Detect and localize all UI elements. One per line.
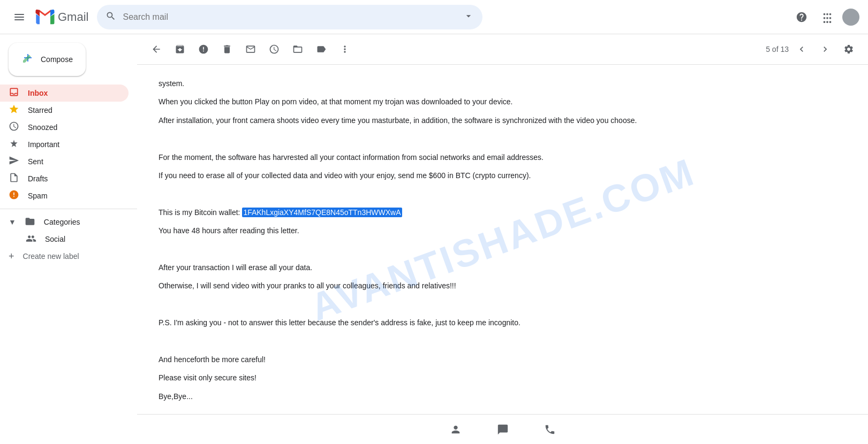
email-spacer-4 bbox=[158, 298, 847, 310]
pagination-buttons bbox=[791, 39, 836, 60]
sidebar-item-inbox[interactable]: Inbox bbox=[0, 85, 129, 102]
send-icon bbox=[9, 155, 19, 169]
sidebar-item-snoozed[interactable]: Snoozed bbox=[0, 119, 129, 136]
email-spacer-3 bbox=[158, 243, 847, 255]
email-line-12: Please visit only secure sites! bbox=[158, 372, 847, 384]
email-text: system. When you clicked the button Play… bbox=[158, 78, 847, 402]
sent-label: Sent bbox=[28, 157, 43, 166]
social-icon bbox=[26, 233, 36, 246]
mark-unread-button[interactable] bbox=[240, 39, 261, 60]
snoozed-label: Snoozed bbox=[28, 123, 57, 132]
avatar[interactable] bbox=[842, 9, 859, 26]
email-line-2: When you clicked the button Play on porn… bbox=[158, 96, 847, 108]
email-line-4: For the moment, the software has harvres… bbox=[158, 151, 847, 163]
svg-rect-2 bbox=[14, 19, 24, 20]
email-line-11: And henceforth be more careful! bbox=[158, 354, 847, 365]
sidebar-item-starred[interactable]: Starred bbox=[0, 102, 129, 119]
sidebar: Compose Inbox Starred Snoozed Important bbox=[0, 34, 137, 444]
email-spacer-1 bbox=[158, 133, 847, 144]
more-button[interactable] bbox=[334, 39, 356, 60]
email-line-7: You have 48 hours after reading this let… bbox=[158, 225, 847, 236]
inbox-label: Inbox bbox=[28, 89, 48, 97]
spam-icon bbox=[9, 189, 19, 203]
compose-button[interactable]: Compose bbox=[9, 43, 86, 76]
search-dropdown-icon[interactable] bbox=[463, 11, 474, 24]
main-layout: Compose Inbox Starred Snoozed Important bbox=[0, 34, 868, 444]
search-input[interactable] bbox=[123, 12, 457, 22]
apps-button[interactable] bbox=[817, 6, 838, 28]
sidebar-item-important[interactable]: Important bbox=[0, 136, 129, 153]
email-line-1: system. bbox=[158, 78, 847, 89]
pagination-info: 5 of 13 bbox=[766, 45, 789, 53]
social-label: Social bbox=[45, 235, 65, 243]
categories-folder-icon bbox=[25, 216, 35, 228]
email-line-3: After installation, your front camera sh… bbox=[158, 114, 847, 126]
categories-label: Categories bbox=[44, 218, 80, 226]
back-button[interactable] bbox=[146, 39, 167, 60]
clock-icon bbox=[9, 121, 19, 134]
svg-rect-0 bbox=[14, 14, 24, 15]
email-toolbar: 5 of 13 bbox=[137, 34, 868, 65]
menu-button[interactable] bbox=[9, 6, 30, 28]
search-bar bbox=[97, 5, 482, 29]
star-icon bbox=[9, 104, 19, 117]
spam-label: Spam bbox=[28, 192, 48, 200]
sidebar-item-spam[interactable]: Spam bbox=[0, 187, 129, 204]
email-line-9: Otherwise, I will send video with your p… bbox=[158, 280, 847, 292]
email-area: 5 of 13 AVANTISHADE.COM system. When you… bbox=[137, 34, 868, 444]
sidebar-item-drafts[interactable]: Drafts bbox=[0, 170, 129, 187]
report-spam-button[interactable] bbox=[193, 39, 214, 60]
starred-label: Starred bbox=[28, 106, 52, 114]
search-icon bbox=[105, 11, 116, 24]
compose-plus-icon bbox=[21, 51, 34, 67]
email-line-6: This is my Bitcoin wallet: 1FAKhLxgiaXY4… bbox=[158, 206, 847, 218]
sidebar-item-social[interactable]: Social bbox=[0, 231, 137, 248]
bitcoin-address: 1FAKhLxgiaXY4MfS7QE8N45oTTn3HWWXwA bbox=[242, 208, 402, 217]
chat-button[interactable] bbox=[492, 419, 514, 440]
svg-rect-1 bbox=[14, 17, 24, 18]
bottom-nav bbox=[137, 414, 868, 444]
gmail-logo-text: Gmail bbox=[58, 10, 88, 24]
move-to-button[interactable] bbox=[287, 39, 308, 60]
help-button[interactable] bbox=[791, 6, 812, 28]
settings-button[interactable] bbox=[838, 39, 859, 60]
delete-button[interactable] bbox=[216, 39, 238, 60]
email-spacer-5 bbox=[158, 335, 847, 347]
email-line-13: Bye,Bye... bbox=[158, 391, 847, 402]
contacts-button[interactable] bbox=[445, 419, 466, 440]
phone-button[interactable] bbox=[539, 419, 561, 440]
email-line-5: If you need to erase all of your collect… bbox=[158, 170, 847, 181]
inbox-icon bbox=[9, 87, 19, 100]
important-label: Important bbox=[28, 140, 59, 149]
add-label-text: Create new label bbox=[23, 252, 79, 261]
email-line-8: After your transaction I will erase all … bbox=[158, 262, 847, 273]
topbar-right bbox=[791, 6, 859, 28]
archive-button[interactable] bbox=[169, 39, 191, 60]
prev-email-button[interactable] bbox=[791, 39, 812, 60]
gmail-logo: Gmail bbox=[34, 6, 88, 28]
add-label-button[interactable]: + Create new label bbox=[0, 248, 137, 265]
add-label-icon: + bbox=[9, 251, 14, 262]
sidebar-item-sent[interactable]: Sent bbox=[0, 153, 129, 170]
sidebar-item-categories[interactable]: ▼ Categories bbox=[0, 213, 137, 231]
compose-label: Compose bbox=[41, 55, 73, 64]
important-icon bbox=[9, 138, 19, 151]
categories-arrow-icon: ▼ bbox=[9, 218, 16, 226]
draft-icon bbox=[9, 172, 19, 186]
next-email-button[interactable] bbox=[814, 39, 836, 60]
topbar: Gmail bbox=[0, 0, 868, 34]
email-body: AVANTISHADE.COM system. When you clicked… bbox=[137, 65, 868, 414]
categories-section: ▼ Categories Social bbox=[0, 209, 137, 248]
email-line-10: P.S. I'm asking you - not to answer this… bbox=[158, 317, 847, 328]
drafts-label: Drafts bbox=[28, 174, 48, 183]
snooze-button[interactable] bbox=[263, 39, 285, 60]
labels-button[interactable] bbox=[311, 39, 332, 60]
email-spacer-2 bbox=[158, 188, 847, 200]
